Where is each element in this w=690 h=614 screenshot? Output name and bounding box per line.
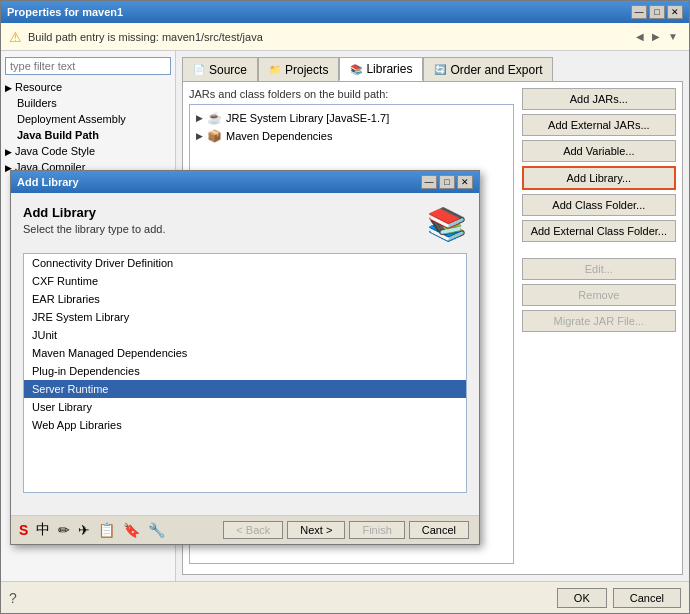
minimize-button[interactable]: —	[631, 5, 647, 19]
buttons-column: Add JARs... Add External JARs... Add Var…	[522, 88, 676, 568]
libraries-tab-icon: 📚	[350, 64, 362, 75]
lib-item-connectivity[interactable]: Connectivity Driver Definition	[24, 254, 466, 272]
projects-tab-icon: 📁	[269, 64, 281, 75]
sidebar-item-java-code-style[interactable]: ▶Java Code Style	[1, 143, 175, 159]
maximize-button[interactable]: □	[649, 5, 665, 19]
nav-arrows: ◀ ▶ ▼	[633, 30, 681, 43]
warning-icon: ⚠	[9, 29, 22, 45]
main-window-title: Properties for maven1	[7, 6, 123, 18]
sidebar-item-deployment[interactable]: Deployment Assembly	[1, 111, 175, 127]
tab-source-label: Source	[209, 63, 247, 77]
lib-item-junit[interactable]: JUnit	[24, 326, 466, 344]
add-variable-button[interactable]: Add Variable...	[522, 140, 676, 162]
main-title-bar: Properties for maven1 — □ ✕	[1, 1, 689, 23]
dialog-close-button[interactable]: ✕	[457, 175, 473, 189]
dropdown-arrow[interactable]: ▼	[665, 30, 681, 43]
help-icon[interactable]: ?	[9, 590, 17, 606]
dialog-header-text: Add Library Select the library type to a…	[23, 205, 165, 235]
lib-item-plugin[interactable]: Plug-in Dependencies	[24, 362, 466, 380]
sidebar-item-java-build-path[interactable]: Java Build Path	[1, 127, 175, 143]
dialog-bottom-bar: S 中 ✏ ✈ 📋 🔖 🔧 < Back Next > Finish Cance…	[11, 515, 479, 544]
close-button[interactable]: ✕	[667, 5, 683, 19]
tab-order-export-label: Order and Export	[450, 63, 542, 77]
lib-item-maven[interactable]: Maven Managed Dependencies	[24, 344, 466, 362]
back-arrow[interactable]: ◀	[633, 30, 647, 43]
jre-icon: ☕	[207, 111, 222, 125]
sidebar-arrow-resource: ▶	[5, 83, 12, 93]
tab-projects-label: Projects	[285, 63, 328, 77]
warning-text: Build path entry is missing: maven1/src/…	[28, 31, 263, 43]
sidebar-arrow-code-style: ▶	[5, 147, 12, 157]
finish-button[interactable]: Finish	[349, 521, 404, 539]
dialog-title: Add Library	[17, 176, 79, 188]
migrate-jar-file-button[interactable]: Migrate JAR File...	[522, 310, 676, 332]
lib-item-server-runtime[interactable]: Server Runtime	[24, 380, 466, 398]
dialog-maximize-button[interactable]: □	[439, 175, 455, 189]
tree-item-maven[interactable]: ▶ 📦 Maven Dependencies	[194, 127, 509, 145]
maven-label: Maven Dependencies	[226, 130, 332, 142]
edit-button[interactable]: Edit...	[522, 258, 676, 280]
dialog-minimize-button[interactable]: —	[421, 175, 437, 189]
taskbar-bookmark-icon[interactable]: 🔖	[121, 521, 142, 539]
dialog-library-icon: 📚	[427, 205, 467, 243]
dialog-body: Add Library Select the library type to a…	[11, 193, 479, 515]
back-button[interactable]: < Back	[223, 521, 283, 539]
tab-order-export[interactable]: 🔄 Order and Export	[423, 57, 553, 81]
add-library-button[interactable]: Add Library...	[522, 166, 676, 190]
next-button[interactable]: Next >	[287, 521, 345, 539]
add-external-class-folder-button[interactable]: Add External Class Folder...	[522, 220, 676, 242]
cancel-button[interactable]: Cancel	[613, 588, 681, 608]
tab-projects[interactable]: 📁 Projects	[258, 57, 339, 81]
taskbar-plane-icon[interactable]: ✈	[76, 521, 92, 539]
lib-item-user-library[interactable]: User Library	[24, 398, 466, 416]
taskbar-clipboard-icon[interactable]: 📋	[96, 521, 117, 539]
remove-button[interactable]: Remove	[522, 284, 676, 306]
add-external-jars-button[interactable]: Add External JARs...	[522, 114, 676, 136]
lib-item-ear[interactable]: EAR Libraries	[24, 290, 466, 308]
order-export-tab-icon: 🔄	[434, 64, 446, 75]
dialog-subtext: Select the library type to add.	[23, 223, 165, 235]
add-class-folder-button[interactable]: Add Class Folder...	[522, 194, 676, 216]
source-tab-icon: 📄	[193, 64, 205, 75]
add-jars-button[interactable]: Add JARs...	[522, 88, 676, 110]
main-bottom-bar: ? OK Cancel	[1, 581, 689, 613]
maven-arrow: ▶	[196, 131, 203, 141]
dialog-header-row: Add Library Select the library type to a…	[23, 205, 467, 243]
lib-item-cxf[interactable]: CXF Runtime	[24, 272, 466, 290]
title-bar-buttons: — □ ✕	[631, 5, 683, 19]
tabs-row: 📄 Source 📁 Projects 📚 Libraries 🔄 Order …	[182, 57, 683, 81]
dialog-heading: Add Library	[23, 205, 165, 220]
jre-label: JRE System Library [JavaSE-1.7]	[226, 112, 389, 124]
tab-libraries-label: Libraries	[366, 62, 412, 76]
lib-item-jre[interactable]: JRE System Library	[24, 308, 466, 326]
forward-arrow[interactable]: ▶	[649, 30, 663, 43]
tree-item-jre[interactable]: ▶ ☕ JRE System Library [JavaSE-1.7]	[194, 109, 509, 127]
dialog-title-bar: Add Library — □ ✕	[11, 171, 479, 193]
sidebar-item-resource[interactable]: ▶Resource	[1, 79, 175, 95]
library-list[interactable]: Connectivity Driver Definition CXF Runti…	[23, 253, 467, 493]
build-path-label: JARs and class folders on the build path…	[189, 88, 514, 100]
taskbar-chinese-icon[interactable]: 中	[34, 520, 52, 540]
taskbar-edit-icon[interactable]: ✏	[56, 521, 72, 539]
warning-bar: ⚠ Build path entry is missing: maven1/sr…	[1, 23, 689, 51]
taskbar-wrench-icon[interactable]: 🔧	[146, 521, 167, 539]
sidebar-item-builders[interactable]: Builders	[1, 95, 175, 111]
tab-source[interactable]: 📄 Source	[182, 57, 258, 81]
lib-item-web-app[interactable]: Web App Libraries	[24, 416, 466, 434]
maven-icon: 📦	[207, 129, 222, 143]
dialog-nav-buttons: < Back Next > Finish Cancel	[223, 521, 469, 539]
ok-button[interactable]: OK	[557, 588, 607, 608]
jre-arrow: ▶	[196, 113, 203, 123]
dialog-title-buttons: — □ ✕	[421, 175, 473, 189]
dialog-cancel-button[interactable]: Cancel	[409, 521, 469, 539]
filter-input[interactable]	[5, 57, 171, 75]
taskbar-s-icon[interactable]: S	[17, 521, 30, 539]
add-library-dialog: Add Library — □ ✕ Add Library Select the…	[10, 170, 480, 545]
tab-libraries[interactable]: 📚 Libraries	[339, 57, 423, 81]
